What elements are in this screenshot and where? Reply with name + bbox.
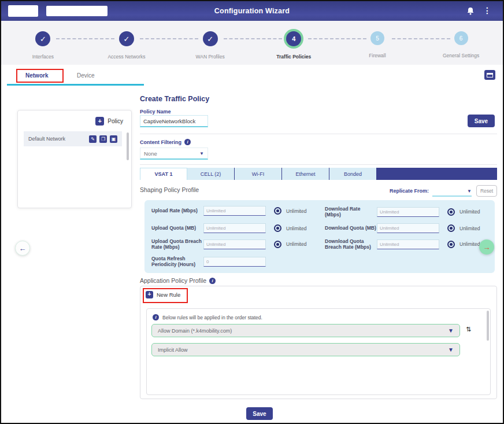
tab-bonded[interactable]: Bonded	[329, 168, 377, 180]
replicate-from-select[interactable]: ▼	[432, 186, 472, 197]
content-filtering-label: Content Filtering	[140, 139, 181, 145]
check-icon: ✓	[35, 31, 50, 46]
radio-label: Unlimited	[459, 209, 480, 215]
plus-icon: +	[95, 117, 104, 126]
replicate-from-label: Replicate From:	[385, 188, 429, 194]
tab-device[interactable]: Device	[77, 72, 95, 79]
wizard-stepper: ✓ Interfaces ✓ Access Networks ✓ WAN Pro…	[1, 21, 503, 65]
step-label: WAN Profiles	[196, 54, 225, 60]
panel-scrollbar[interactable]	[127, 132, 129, 160]
policy-name-label: Policy Name	[140, 109, 171, 115]
rule-implicit-allow[interactable]: Implicit Allow ▼	[151, 343, 460, 356]
radio-label: Unlimited	[459, 226, 480, 231]
download-rate-unlimited-radio[interactable]	[447, 208, 455, 216]
rule-label: Allow Domain (*.k4mobility.com)	[158, 328, 232, 334]
upload-rate-unlimited-radio[interactable]	[274, 207, 281, 215]
step-label: General Settings	[443, 53, 479, 58]
info-icon: i	[153, 314, 159, 320]
step-wan-profiles[interactable]: ✓ WAN Profiles	[168, 21, 252, 65]
new-rule-label: New Rule	[157, 292, 180, 298]
save-button-bottom[interactable]: Save	[246, 407, 273, 420]
policy-list-panel: + Policy Default Network ✎ ❐ ▣	[17, 110, 132, 208]
download-quota-breach-input[interactable]	[377, 239, 439, 249]
delete-icon[interactable]: ▣	[110, 135, 117, 143]
copy-icon[interactable]: ❐	[99, 135, 107, 143]
download-quota-unlimited-radio[interactable]	[447, 224, 455, 232]
add-policy-button[interactable]: + Policy	[95, 117, 123, 126]
upload-quota-breach-input[interactable]	[203, 239, 266, 249]
tab-ethernet[interactable]: Ethernet	[282, 168, 329, 180]
download-rate-input[interactable]	[377, 207, 439, 217]
reorder-icon[interactable]: ⇅	[466, 326, 471, 333]
step-traffic-policies[interactable]: 4 Traffic Policies	[252, 21, 336, 65]
chevron-down-icon: ▼	[199, 151, 204, 156]
rules-info-text: Below rules will be applied in the order…	[162, 315, 262, 320]
tab-vsat-1[interactable]: VSAT 1	[140, 168, 187, 180]
interface-tab-bar: VSAT 1 CELL (2) Wi-FI Ethernet Bonded	[140, 168, 497, 180]
upload-rate-label: Upload Rate (Mbps)	[151, 208, 203, 213]
divider	[140, 164, 497, 165]
form-title: Create Traffic Policy	[140, 95, 209, 103]
plus-icon: +	[146, 291, 153, 298]
step-number: 6	[454, 31, 468, 45]
tab-cell-2[interactable]: CELL (2)	[187, 168, 235, 180]
upload-quota-breach-label: Upload Quota Breach Rate (Mbps)	[151, 238, 203, 250]
tab-network[interactable]: Network	[25, 72, 48, 79]
check-icon: ✓	[119, 31, 134, 46]
upload-quota-unlimited-radio[interactable]	[274, 224, 281, 232]
save-button-top[interactable]: Save	[468, 115, 495, 127]
edit-icon[interactable]: ✎	[89, 135, 97, 143]
content-filtering-value: None	[144, 150, 157, 157]
upload-quota-label: Upload Quota (MB)	[151, 225, 203, 231]
content-filtering-select[interactable]: None ▼	[140, 148, 208, 160]
back-button[interactable]: ←	[15, 241, 30, 256]
shaping-policy-title: Shaping Policy Profile	[140, 186, 199, 193]
upload-quota-input[interactable]	[203, 223, 266, 233]
reset-button[interactable]: Reset	[476, 185, 497, 197]
upload-rate-input[interactable]	[203, 206, 266, 216]
download-rate-label: Download Rate (Mbps)	[325, 206, 377, 217]
quota-refresh-input[interactable]	[203, 257, 266, 267]
download-quota-breach-unlimited-radio[interactable]	[447, 241, 455, 248]
application-policy-title: Application Policy Profile	[140, 277, 206, 284]
download-quota-input[interactable]	[377, 223, 439, 233]
radio-label: Unlimited	[286, 226, 306, 231]
step-firewall[interactable]: 5 Firewall	[336, 21, 420, 65]
policy-name-input[interactable]	[140, 115, 208, 127]
application-policy-container: + New Rule i Below rules will be applied…	[140, 286, 497, 399]
step-interfaces[interactable]: ✓ Interfaces	[1, 21, 85, 65]
policy-list-item-default-network[interactable]: Default Network ✎ ❐ ▣	[24, 131, 122, 146]
tab-wifi[interactable]: Wi-FI	[235, 168, 282, 180]
page-title: Configuration Wizard	[1, 1, 503, 21]
divider	[140, 134, 497, 134]
upload-quota-breach-unlimited-radio[interactable]	[274, 241, 281, 248]
info-icon: i	[209, 278, 216, 284]
step-number: 5	[370, 31, 384, 45]
new-rule-button[interactable]: + New Rule	[146, 291, 180, 298]
app-window: Configuration Wizard ⋮ ✓ Interfaces ✓ Ac…	[0, 0, 504, 424]
step-label: Access Networks	[108, 54, 145, 60]
chevron-down-icon: ▼	[448, 346, 454, 353]
info-icon: i	[184, 139, 191, 145]
step-access-networks[interactable]: ✓ Access Networks	[85, 21, 169, 65]
chevron-down-icon: ▼	[448, 327, 454, 334]
step-general-settings[interactable]: 6 General Settings	[419, 21, 503, 65]
app-header: Configuration Wizard ⋮	[1, 1, 503, 21]
rules-scrollbar[interactable]	[487, 311, 489, 341]
next-arrow-button[interactable]: →	[479, 239, 494, 255]
quota-refresh-label: Quota Refresh Periodicity (Hours)	[151, 256, 203, 267]
kebab-menu-icon[interactable]: ⋮	[483, 6, 491, 15]
policy-name: Default Network	[28, 136, 86, 142]
check-icon: ✓	[203, 31, 218, 46]
radio-label: Unlimited	[459, 241, 480, 247]
add-policy-label: Policy	[108, 118, 123, 124]
step-label: Traffic Policies	[276, 54, 311, 60]
rules-list-container: i Below rules will be applied in the ord…	[146, 308, 491, 395]
step-label: Firewall	[369, 53, 386, 58]
step-number: 4	[286, 31, 301, 46]
notifications-bell-icon[interactable]	[466, 6, 475, 16]
download-quota-label: Download Quota (MB)	[325, 225, 377, 231]
collapse-panel-icon[interactable]	[484, 70, 495, 80]
rule-allow-domain[interactable]: Allow Domain (*.k4mobility.com) ▼	[151, 324, 460, 337]
radio-label: Unlimited	[286, 208, 306, 214]
